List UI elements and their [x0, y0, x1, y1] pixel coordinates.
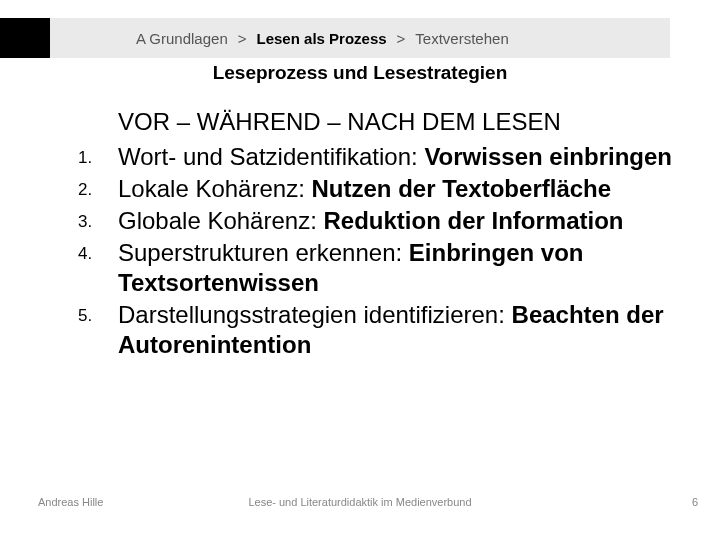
list-item: 5. Darstellungsstrategien identifizieren… [78, 300, 680, 360]
list-text-bold: Reduktion der Information [323, 207, 623, 234]
slide: A Grundlagen > Lesen als Prozess > Textv… [0, 0, 720, 540]
breadcrumb-bar: A Grundlagen > Lesen als Prozess > Textv… [0, 18, 720, 58]
list-text-plain: Superstrukturen erkennen: [118, 239, 409, 266]
breadcrumb-accent [0, 18, 50, 58]
breadcrumb-separator: > [238, 30, 247, 47]
list-text-bold: Nutzen der Textoberfläche [311, 175, 611, 202]
slide-content: VOR – WÄHREND – NACH DEM LESEN 1. Wort- … [78, 108, 680, 362]
slide-subtitle: Leseprozess und Lesestrategien [0, 62, 720, 84]
slide-footer: Andreas Hille Lese- und Literaturdidakti… [0, 490, 720, 508]
list-item: 2. Lokale Kohärenz: Nutzen der Textoberf… [78, 174, 680, 204]
list-text-bold: Vorwissen einbringen [424, 143, 672, 170]
list-text: Darstellungsstrategien identifizieren: B… [118, 300, 680, 360]
list-text-plain: Darstellungsstrategien identifizieren: [118, 301, 512, 328]
list-text: Globale Kohärenz: Reduktion der Informat… [118, 206, 623, 236]
breadcrumb-item-current: Lesen als Prozess [257, 30, 387, 47]
list-text: Superstrukturen erkennen: Einbringen von… [118, 238, 680, 298]
breadcrumb-item: A Grundlagen [136, 30, 228, 47]
footer-page-number: 6 [692, 496, 698, 508]
list-item: 3. Globale Kohärenz: Reduktion der Infor… [78, 206, 680, 236]
list-number: 5. [78, 300, 118, 360]
list-number: 3. [78, 206, 118, 236]
breadcrumb-item: Textverstehen [415, 30, 508, 47]
list-text-plain: Wort- und Satzidentifikation: [118, 143, 424, 170]
footer-title: Lese- und Literaturdidaktik im Medienver… [0, 496, 720, 508]
numbered-list: 1. Wort- und Satzidentifikation: Vorwiss… [78, 142, 680, 360]
content-headline: VOR – WÄHREND – NACH DEM LESEN [118, 108, 680, 136]
list-number: 1. [78, 142, 118, 172]
list-number: 4. [78, 238, 118, 298]
list-text-plain: Globale Kohärenz: [118, 207, 323, 234]
breadcrumb-separator: > [397, 30, 406, 47]
list-item: 4. Superstrukturen erkennen: Einbringen … [78, 238, 680, 298]
list-number: 2. [78, 174, 118, 204]
list-text-plain: Lokale Kohärenz: [118, 175, 311, 202]
list-text: Lokale Kohärenz: Nutzen der Textoberfläc… [118, 174, 611, 204]
list-item: 1. Wort- und Satzidentifikation: Vorwiss… [78, 142, 680, 172]
breadcrumb: A Grundlagen > Lesen als Prozess > Textv… [50, 18, 670, 58]
list-text: Wort- und Satzidentifikation: Vorwissen … [118, 142, 672, 172]
